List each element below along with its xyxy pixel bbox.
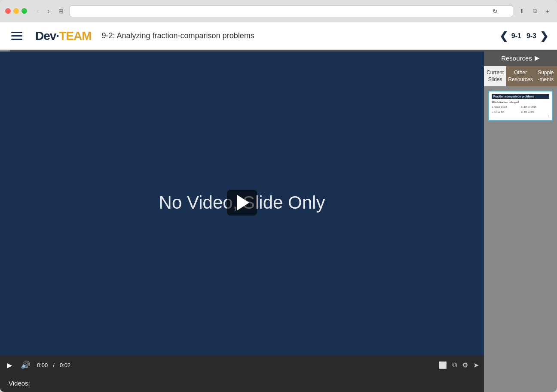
slide-content: Which fraction is larger? a. 4/3 or 14/1… <box>492 100 549 114</box>
add-tab-button[interactable]: + <box>543 6 552 16</box>
main-content: No Video, Slide Only ▶ 🔊 0:00 / 0:02 ⬜ ⧉… <box>0 50 557 392</box>
next-arrow-icon: ❯ <box>540 30 548 42</box>
slide-title: Fraction comparison problems <box>492 94 549 99</box>
window-toggle-button[interactable]: ⊞ <box>56 6 66 16</box>
pip-icon[interactable]: ⧉ <box>452 361 457 369</box>
prev-arrow-icon: ❮ <box>499 30 508 42</box>
videos-label: Videos: <box>0 374 484 392</box>
play-icon <box>237 195 249 210</box>
maximize-button[interactable] <box>21 8 27 14</box>
share-button[interactable]: ⬆ <box>517 6 527 16</box>
address-bar[interactable] <box>70 5 513 17</box>
page-title: 9-2: Analyzing fraction-comparison probl… <box>101 31 489 40</box>
resources-label: Resources <box>501 55 532 62</box>
forward-button[interactable]: › <box>45 6 52 17</box>
logo: Dev·TEAM <box>35 29 91 43</box>
back-button[interactable]: ‹ <box>34 6 41 17</box>
cast-icon[interactable]: ➤ <box>473 361 479 369</box>
slide-thumbnail[interactable]: Fraction comparison problems Which fract… <box>488 91 553 121</box>
video-section: No Video, Slide Only ▶ 🔊 0:00 / 0:02 ⬜ ⧉… <box>0 50 484 392</box>
play-button[interactable]: ▶ <box>5 359 14 371</box>
slide-option-d: d. 2/5 or 2/3 <box>521 110 550 114</box>
resources-tabs: Current Slides Other Resources Supple -m… <box>484 66 557 86</box>
video-player[interactable]: No Video, Slide Only <box>0 50 484 356</box>
sidebar: Resources ▶ Current Slides Other Resourc… <box>484 50 557 392</box>
play-overlay[interactable] <box>227 190 257 216</box>
app-header: Dev·TEAM 9-2: Analyzing fraction-compari… <box>0 22 557 50</box>
slides-area: Fraction comparison problems Which fract… <box>484 86 557 392</box>
tab-current-slides[interactable]: Current Slides <box>484 66 506 86</box>
browser-window: ‹ › ⊞ ↻ ⬆ ⧉ + Dev·TEAM 9-2: Analyzing fr… <box>0 0 557 392</box>
next-lesson-label[interactable]: 9-3 <box>525 32 538 40</box>
menu-button[interactable] <box>9 29 25 43</box>
video-container: No Video, Slide Only ▶ 🔊 0:00 / 0:02 ⬜ ⧉… <box>0 50 484 374</box>
title-bar-actions: ⬆ ⧉ + <box>517 6 552 16</box>
time-total: 0:02 <box>60 362 70 368</box>
tab-other-resources[interactable]: Other Resources <box>506 66 534 86</box>
slide-options: a. 4/3 or 14/15 b. 3/4 or 14/15 c. 1/4 o… <box>492 105 549 114</box>
slide-number: 1 <box>492 115 549 118</box>
slide-option-a: a. 4/3 or 14/15 <box>492 105 520 109</box>
slide-option-b: b. 3/4 or 14/15 <box>521 105 550 109</box>
resources-arrow-icon: ▶ <box>535 54 540 62</box>
volume-button[interactable]: 🔊 <box>19 359 32 371</box>
nav-controls: ❮ 9-1 9-3 ❯ <box>499 30 548 42</box>
new-tab-button[interactable]: ⧉ <box>530 6 540 16</box>
time-current: 0:00 <box>37 362 48 368</box>
settings-icon[interactable]: ⚙ <box>462 361 468 369</box>
prev-lesson-label[interactable]: 9-1 <box>510 32 523 40</box>
logo-dev: Dev· <box>35 29 59 43</box>
slide-question: Which fraction is larger? <box>492 100 549 104</box>
tab-supplements[interactable]: Supple -ments <box>535 66 557 86</box>
close-button[interactable] <box>5 8 11 14</box>
logo-team: TEAM <box>59 29 91 43</box>
slide-option-c: c. 1/4 or 5/8 <box>492 110 520 114</box>
traffic-lights <box>5 8 27 14</box>
title-bar: ‹ › ⊞ ↻ ⬆ ⧉ + <box>0 0 557 22</box>
resources-header: Resources ▶ <box>484 50 557 66</box>
video-controls: ▶ 🔊 0:00 / 0:02 ⬜ ⧉ ⚙ ➤ <box>0 356 484 374</box>
minimize-button[interactable] <box>13 8 19 14</box>
refresh-button[interactable]: ↻ <box>493 8 498 15</box>
time-separator: / <box>53 362 55 368</box>
fullscreen-icon[interactable]: ⬜ <box>438 361 447 369</box>
